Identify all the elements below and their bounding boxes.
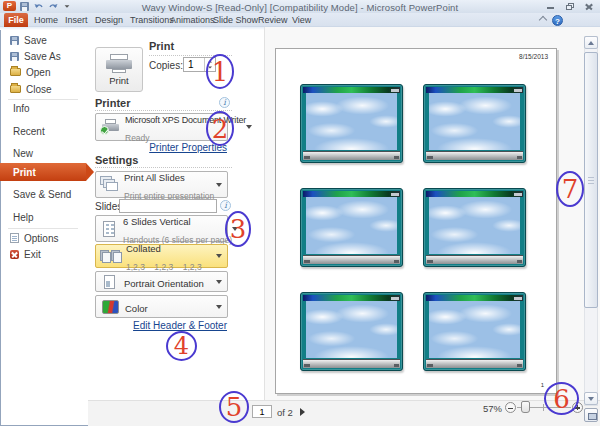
- preview-page-number: 1: [541, 382, 544, 388]
- annotation-circle-5: 5: [219, 391, 249, 423]
- slide-thumbnail: [423, 84, 526, 163]
- tab-review[interactable]: Review: [256, 13, 290, 27]
- slide-thumbnail: [300, 188, 403, 267]
- nav-label: Options: [24, 233, 58, 244]
- layout-title: 6 Slides Vertical: [123, 216, 191, 227]
- collation-text: Collated 1,2,3 1,2,3 1,2,3: [126, 238, 216, 274]
- scroll-down-button[interactable]: [584, 392, 598, 405]
- nav-options[interactable]: Options: [0, 231, 86, 245]
- annotation-circle-2: 2: [206, 111, 234, 146]
- tab-slide-show[interactable]: Slide Show: [211, 13, 260, 27]
- nav-label: Recent: [13, 126, 45, 137]
- annotation-circle-1: 1: [206, 54, 234, 89]
- nav-print-selected[interactable]: Print: [0, 163, 86, 181]
- nav-exit[interactable]: Exit: [0, 247, 86, 261]
- slide-footer: [426, 255, 523, 264]
- tab-animations[interactable]: Animations: [168, 13, 217, 27]
- page-number-input[interactable]: [252, 405, 272, 418]
- powerpoint-window: P Wavy Window-S [Read-Only] [Compatibili…: [0, 0, 600, 426]
- zoom-slider-thumb[interactable]: [521, 401, 530, 413]
- color-title: Color: [125, 303, 148, 314]
- edit-header-footer-link[interactable]: Edit Header & Footer: [95, 320, 227, 331]
- tab-home[interactable]: Home: [32, 13, 60, 27]
- settings-heading: Settings: [95, 154, 138, 166]
- nav-save-and-send[interactable]: Save & Send: [0, 187, 86, 201]
- orientation-select[interactable]: Portrait Orientation: [95, 271, 228, 292]
- annotation-circle-6: 6: [544, 382, 579, 415]
- nav-info[interactable]: Info: [0, 101, 86, 115]
- tab-design[interactable]: Design: [93, 13, 125, 27]
- tab-file[interactable]: File: [4, 13, 28, 27]
- nav-label: Save: [24, 35, 47, 46]
- annotation-circle-7: 7: [556, 171, 584, 207]
- zoom-out-button[interactable]: [505, 402, 516, 413]
- slide-footer: [303, 255, 400, 264]
- nav-save[interactable]: Save: [0, 33, 86, 47]
- slide-footer: [303, 151, 400, 160]
- six-slides-icon: [103, 221, 115, 237]
- chevron-down-icon: [216, 254, 222, 258]
- nav-save-as[interactable]: Save As: [0, 49, 86, 63]
- page-count-label: of 2: [277, 407, 293, 418]
- print-range-text: Print All Slides Print entire presentati…: [124, 167, 216, 203]
- annotation-circle-4: 4: [166, 331, 197, 361]
- save-icon: [10, 36, 19, 45]
- color-text: Color: [125, 298, 216, 316]
- nav-label: Info: [13, 103, 30, 114]
- printer-properties-link[interactable]: Printer Properties: [95, 142, 227, 153]
- printer-heading: Printer: [95, 97, 130, 109]
- annotation-circle-3: 3: [225, 211, 251, 247]
- nav-label: Open: [26, 67, 50, 78]
- tab-insert[interactable]: Insert: [63, 13, 90, 27]
- nav-open[interactable]: Open: [0, 65, 86, 79]
- slide-sky-image: [306, 197, 397, 254]
- close-button[interactable]: [583, 2, 594, 10]
- slide-sky-image: [306, 93, 397, 150]
- scrollbar-thumb[interactable]: [584, 52, 598, 308]
- color-swatch-icon: [102, 300, 119, 314]
- ribbon-collapse-button[interactable]: [539, 17, 547, 22]
- nav-new[interactable]: New: [0, 146, 86, 160]
- nav-recent[interactable]: Recent: [0, 124, 86, 138]
- scroll-up-button[interactable]: [584, 36, 598, 49]
- copies-label: Copies:: [149, 60, 183, 71]
- print-button[interactable]: Print: [95, 47, 143, 92]
- slide-footer: [426, 151, 523, 160]
- window-controls: [545, 2, 594, 10]
- slide-thumbnail: [300, 84, 403, 163]
- slide-footer: [303, 359, 400, 368]
- collation-title: Collated: [126, 243, 161, 254]
- nav-help[interactable]: Help: [0, 210, 86, 224]
- open-folder-icon: [10, 68, 21, 76]
- collated-icon: [100, 249, 123, 264]
- minimize-button[interactable]: [545, 2, 556, 10]
- fit-to-window-button[interactable]: [584, 408, 598, 422]
- print-range-select[interactable]: Print All Slides Print entire presentati…: [95, 171, 228, 198]
- window-title: Wavy Window-S [Read-Only] [Compatibility…: [0, 2, 600, 13]
- slides-info-icon[interactable]: i: [220, 200, 231, 211]
- printer-icon-tray: [112, 69, 126, 73]
- color-select[interactable]: Color: [95, 295, 228, 318]
- preview-date: 8/15/2013: [519, 53, 548, 60]
- chevron-down-icon: [588, 397, 594, 401]
- exit-icon: [10, 250, 19, 259]
- slide-thumbnail: [300, 292, 403, 371]
- nav-label: Save & Send: [13, 189, 71, 200]
- chevron-down-icon: [216, 305, 222, 309]
- copies-input[interactable]: [184, 58, 204, 71]
- collation-select[interactable]: Collated 1,2,3 1,2,3 1,2,3: [95, 244, 228, 268]
- nav-label: Close: [26, 84, 52, 95]
- printer-info-icon[interactable]: i: [219, 97, 230, 108]
- zoom-slider-tick: [543, 404, 544, 411]
- chevron-down-icon: [246, 125, 252, 129]
- nav-label: Exit: [24, 249, 41, 260]
- next-page-button[interactable]: [299, 407, 307, 416]
- save-as-icon: [10, 52, 19, 61]
- slide-thumbnail: [423, 292, 526, 371]
- restore-button[interactable]: [564, 2, 575, 10]
- tab-view[interactable]: View: [290, 13, 313, 27]
- preview-page: 8/15/2013 1: [275, 48, 557, 394]
- help-button[interactable]: ?: [552, 15, 563, 26]
- nav-close[interactable]: Close: [0, 82, 86, 96]
- nav-label: Save As: [24, 51, 61, 62]
